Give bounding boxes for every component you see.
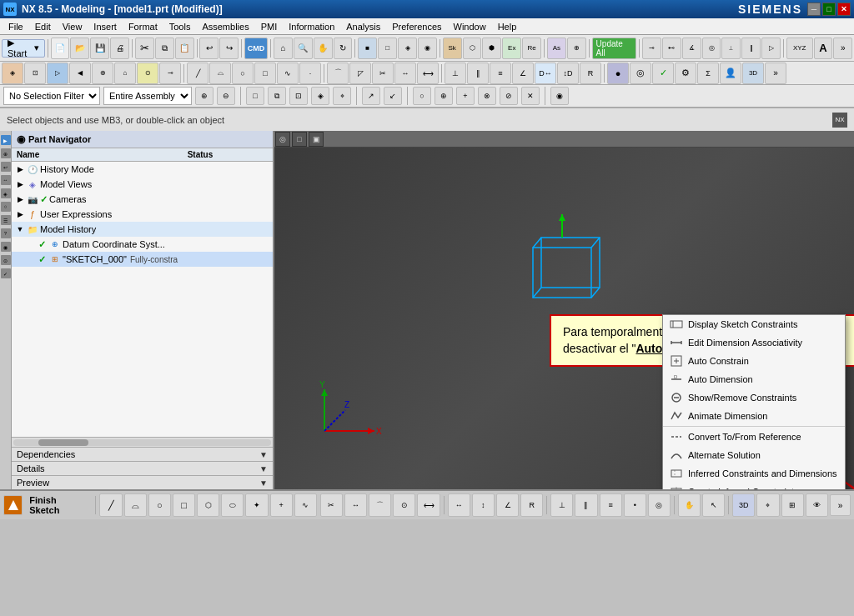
expand-history-mode[interactable]: ▶ <box>15 164 25 174</box>
bt-polygon[interactable]: ⬡ <box>197 493 219 517</box>
xyz-btn[interactable]: XYZ <box>786 38 813 59</box>
nav-preview-section[interactable]: Preview ▼ <box>12 475 273 489</box>
bt-mirror[interactable]: ⟷ <box>417 493 440 517</box>
viewport-canvas[interactable]: X Y Z ✕ Para temporalmente activar o des… <box>274 148 854 489</box>
start-dropdown[interactable]: ▶ Start ▾ <box>2 39 45 58</box>
menu-file[interactable]: File <box>3 21 28 33</box>
sel-btn-1[interactable]: ⊕ <box>195 87 214 105</box>
snap-3[interactable]: ∡ <box>682 38 701 59</box>
sketch-btn-3[interactable]: ⬢ <box>482 38 501 59</box>
bt-rect[interactable]: □ <box>173 493 195 517</box>
nav-dependencies-section[interactable]: Dependencies ▼ <box>12 447 273 461</box>
nav-item-cameras[interactable]: ▶ 📷 ✓ Cameras <box>12 192 273 207</box>
h-scroll-thumb[interactable] <box>38 439 88 446</box>
bt-move[interactable]: ✋ <box>678 493 701 517</box>
expand-user-expr[interactable]: ▶ <box>15 209 25 219</box>
menu-preferences[interactable]: Preferences <box>387 21 446 33</box>
nav-scrollbar-h[interactable] <box>12 437 273 447</box>
bt-coincident[interactable]: • <box>624 493 646 517</box>
menu-view[interactable]: View <box>58 21 88 33</box>
bt-circle[interactable]: ○ <box>148 493 171 517</box>
t2-point-btn[interactable]: · <box>299 63 321 84</box>
open-button[interactable]: 📂 <box>70 38 89 59</box>
bt-perp[interactable]: ⊥ <box>550 493 573 517</box>
text-btn[interactable]: A <box>814 38 833 59</box>
expand-cameras[interactable]: ▶ <box>15 194 25 204</box>
sel-btn-10[interactable]: ○ <box>413 87 431 105</box>
bt-dim-horiz[interactable]: ↔ <box>448 493 470 517</box>
paste-button[interactable]: 📋 <box>175 38 194 59</box>
snap-1[interactable]: ⊸ <box>642 38 661 59</box>
snap-5[interactable]: ⟂ <box>721 38 741 59</box>
t2-constraint-3[interactable]: ≡ <box>490 63 511 84</box>
bt-dim-angular[interactable]: ∠ <box>496 493 519 517</box>
t2-sphere[interactable]: ● <box>607 63 629 84</box>
sketch-btn-2[interactable]: ⬡ <box>463 38 482 59</box>
sel-btn-13[interactable]: ⊗ <box>478 87 496 105</box>
bt-concentric[interactable]: ◎ <box>648 493 671 517</box>
menu-assemblies[interactable]: Assemblies <box>197 21 254 33</box>
left-icon-2[interactable]: ⊕ <box>1 148 11 158</box>
new-button[interactable]: 📄 <box>51 38 70 59</box>
snap-6[interactable]: ‖ <box>741 38 761 59</box>
t2-btn-3[interactable]: ▷ <box>47 63 68 84</box>
nav-details-section[interactable]: Details ▼ <box>12 461 273 475</box>
t2-fillet-btn[interactable]: ⌒ <box>327 63 349 84</box>
ctx-alternate-solution[interactable]: Alternate Solution <box>663 446 845 464</box>
ctx-animate-dim[interactable]: Animate Dimension <box>663 407 845 425</box>
ctx-display-sketch-constraints[interactable]: Display Sketch Constraints <box>663 315 845 333</box>
sel-btn-9[interactable]: ↙ <box>384 87 402 105</box>
ctx-convert-reference[interactable]: Convert To/From Reference <box>663 428 845 446</box>
more-btn[interactable]: » <box>833 38 852 59</box>
left-icon-7[interactable]: ☰ <box>1 215 11 225</box>
vp-btn-2[interactable]: □ <box>292 132 307 147</box>
t2-chamfer-btn[interactable]: ◸ <box>349 63 371 84</box>
render-2[interactable]: □ <box>378 38 397 59</box>
bt-trim[interactable]: ✂ <box>320 493 343 517</box>
bt-freeform[interactable]: ∿ <box>294 493 317 517</box>
nav-item-history-mode[interactable]: ▶ 🕐 History Mode <box>12 162 273 177</box>
t2-gear[interactable]: ⚙ <box>675 63 696 84</box>
t2-btn-5[interactable]: ⊕ <box>92 63 113 84</box>
ctx-auto-constrain[interactable]: Auto Constrain <box>663 352 845 370</box>
left-icon-11[interactable]: ✓ <box>1 268 11 278</box>
bt-fillet[interactable]: ⌒ <box>369 493 391 517</box>
sel-btn-4[interactable]: ⧉ <box>268 87 286 105</box>
t2-dim-r-btn[interactable]: R <box>580 63 601 84</box>
menu-analysis[interactable]: Analysis <box>341 21 385 33</box>
viewport[interactable]: ◎ □ ▣ X <box>274 131 854 489</box>
view-home[interactable]: ⌂ <box>274 38 293 59</box>
minimize-button[interactable]: ─ <box>807 3 821 16</box>
t2-dim-btn[interactable]: D↔ <box>535 63 556 84</box>
assem-btn-1[interactable]: As <box>547 38 566 59</box>
left-icon-9[interactable]: ◉ <box>1 242 11 252</box>
bt-dim-radius[interactable]: R <box>520 493 543 517</box>
left-icon-5[interactable]: ◈ <box>1 188 11 198</box>
redo-button[interactable]: ↪ <box>219 38 239 59</box>
menu-edit[interactable]: Edit <box>30 21 56 33</box>
sel-btn-3[interactable]: □ <box>246 87 264 105</box>
t2-btn-1[interactable]: ◈ <box>2 63 23 84</box>
view-pan[interactable]: ✋ <box>314 38 333 59</box>
sel-btn-15[interactable]: ✕ <box>521 87 540 105</box>
menu-window[interactable]: Window <box>449 21 491 33</box>
menu-help[interactable]: Help <box>493 21 522 33</box>
t2-rect-btn[interactable]: □ <box>254 63 276 84</box>
t2-calc[interactable]: Σ <box>697 63 719 84</box>
bt-more-end[interactable]: » <box>830 494 851 516</box>
snap-7[interactable]: ▷ <box>761 38 781 59</box>
bt-extend[interactable]: ↔ <box>344 493 367 517</box>
nav-item-model-views[interactable]: ▶ ◈ Model Views <box>12 177 273 192</box>
print-button[interactable]: 🖨 <box>110 38 129 59</box>
selection-filter-dropdown[interactable]: No Selection Filter <box>3 87 100 105</box>
left-icon-8[interactable]: ? <box>1 228 11 238</box>
t2-constraint-4[interactable]: ∠ <box>512 63 534 84</box>
render-4[interactable]: ◉ <box>418 38 437 59</box>
t2-dim-v-btn[interactable]: ↕D <box>557 63 579 84</box>
menu-format[interactable]: Format <box>123 21 163 33</box>
t2-extend-btn[interactable]: ↔ <box>394 63 416 84</box>
t2-btn-8[interactable]: ⊸ <box>159 63 181 84</box>
sel-snap-btn[interactable]: ◉ <box>550 87 569 105</box>
render-1[interactable]: ■ <box>358 38 377 59</box>
cut-button[interactable]: ✂ <box>135 38 154 59</box>
